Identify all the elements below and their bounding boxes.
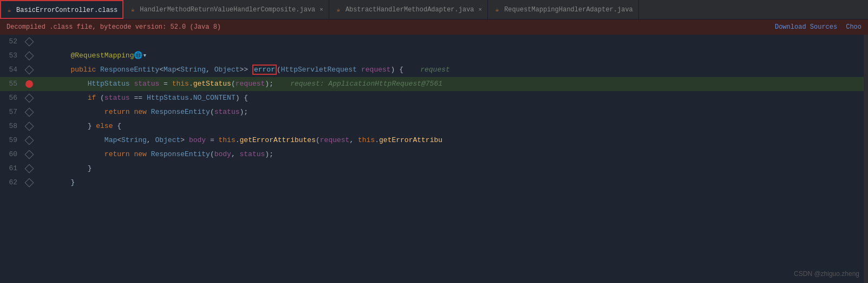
type-string: String bbox=[180, 66, 206, 74]
gutter-57 bbox=[24, 105, 35, 119]
kw-else-58: else bbox=[96, 122, 113, 130]
var-status-55: status bbox=[134, 80, 159, 88]
kw-new-60: new bbox=[134, 150, 151, 158]
line-content-60: return new ResponseEntity(body, status); bbox=[35, 147, 868, 162]
gutter-59 bbox=[24, 133, 35, 147]
code-line-62: 62 } bbox=[0, 176, 868, 190]
gutter-62 bbox=[24, 176, 35, 190]
type-httpservletrequest: HttpServletRequest bbox=[281, 66, 361, 74]
comma-54: , bbox=[206, 66, 214, 74]
method-geterrorattributes: getErrorAttributes bbox=[240, 136, 316, 144]
assign-59: = bbox=[206, 136, 218, 144]
type-httpstatus-56: HttpStatus bbox=[147, 94, 189, 102]
paren-57: ( bbox=[210, 108, 214, 116]
kw-public: public bbox=[70, 66, 100, 74]
line-number-62: 62 bbox=[0, 176, 24, 190]
java-file-icon: ☕ bbox=[129, 6, 136, 14]
line-content-57: return new ResponseEntity(status); bbox=[35, 105, 868, 119]
close-tab-icon[interactable]: × bbox=[319, 7, 323, 13]
gutter-diamond-61 bbox=[25, 164, 34, 173]
assign-55: = bbox=[159, 80, 172, 88]
tab-label: AbstractHandlerMethodAdapter.java bbox=[345, 6, 474, 14]
eq-56: == bbox=[130, 94, 147, 102]
line-content-56: if (status == HttpStatus.NO_CONTENT) { bbox=[35, 91, 868, 105]
gutter-diamond-53 bbox=[25, 52, 34, 61]
method-error: error bbox=[252, 65, 277, 75]
line-number-61: 61 bbox=[0, 162, 24, 176]
paren-close-54: ) { bbox=[391, 66, 421, 74]
generic-close: >> bbox=[240, 66, 252, 74]
generic-close-59: > bbox=[180, 136, 189, 144]
line-content-53: @RequestMapping🌐▾ bbox=[35, 49, 868, 63]
brace-close-61: } bbox=[88, 164, 92, 172]
code-line-61: 61 } bbox=[0, 162, 868, 176]
line-content-61: } bbox=[35, 162, 868, 176]
tab-abstract-handler[interactable]: ☕ AbstractHandlerMethodAdapter.java × bbox=[329, 0, 488, 19]
method-geterrorattribu: getErrorAttribu bbox=[379, 136, 442, 144]
gutter-56 bbox=[24, 91, 35, 105]
param-request-55: request bbox=[236, 80, 265, 88]
tab-basic-error-controller[interactable]: ☕ BasicErrorController.class bbox=[0, 0, 123, 19]
var-status-60: status bbox=[240, 150, 265, 158]
dot-59: . bbox=[236, 136, 240, 144]
code-line-57: 57 return new ResponseEntity(status); bbox=[0, 105, 868, 119]
type-object: Object bbox=[214, 66, 240, 74]
paren-open-56: ( bbox=[100, 94, 105, 102]
close-tab-2-icon[interactable]: × bbox=[479, 7, 482, 13]
brace-close-62: } bbox=[70, 178, 75, 186]
breakpoint-55 bbox=[25, 80, 33, 88]
var-status-57: status bbox=[214, 108, 240, 116]
var-body-59: body bbox=[189, 136, 206, 144]
kw-new-57: new bbox=[134, 108, 151, 116]
class-file-icon: ☕ bbox=[5, 7, 13, 14]
gutter-diamond-58 bbox=[25, 122, 34, 131]
line-number-53: 53 bbox=[0, 49, 24, 63]
gutter-53 bbox=[24, 49, 35, 63]
code-content: 52 53 @RequestMapping🌐▾ 54 public Respon… bbox=[0, 35, 868, 190]
kw-if: if bbox=[88, 94, 100, 102]
gutter-60 bbox=[24, 147, 35, 162]
var-body-60: body bbox=[214, 150, 231, 158]
const-no-content: NO_CONTENT bbox=[193, 94, 236, 102]
method-getstatus: getStatus bbox=[193, 80, 231, 88]
brace-open-58: { bbox=[113, 122, 121, 130]
generic-59: < bbox=[117, 136, 121, 144]
gutter-52 bbox=[24, 35, 35, 49]
line-content-58: } else { bbox=[35, 119, 868, 133]
line-content-55: HttpStatus status = this.getStatus(reque… bbox=[35, 77, 868, 91]
decompile-message: Decompiled .class file, bytecode version… bbox=[6, 23, 221, 31]
type-map: Map bbox=[164, 66, 176, 74]
type-object-59: Object bbox=[155, 136, 180, 144]
comment-request-54: request bbox=[420, 66, 450, 74]
scrollbar[interactable] bbox=[864, 35, 868, 283]
gutter-diamond-54 bbox=[25, 66, 34, 75]
gutter-diamond-62 bbox=[25, 178, 34, 188]
globe-icon: 🌐 bbox=[134, 52, 142, 60]
info-bar-actions: Download Sources Choo bbox=[775, 23, 862, 31]
type-responseentity-60: ResponseEntity bbox=[151, 150, 210, 158]
dot-55: . bbox=[189, 80, 193, 88]
choose-button[interactable]: Choo bbox=[846, 23, 862, 31]
java-file-icon-3: ☕ bbox=[493, 6, 501, 14]
gutter-61 bbox=[24, 162, 35, 176]
generic-open: < bbox=[159, 66, 164, 74]
gutter-diamond-56 bbox=[25, 94, 34, 103]
paren-open-54: ( bbox=[277, 66, 281, 74]
tab-request-mapping[interactable]: ☕ RequestMappingHandlerAdapter.java bbox=[488, 0, 639, 19]
chevron-icon[interactable]: ▾ bbox=[142, 52, 147, 60]
line-content-54: public ResponseEntity<Map<String, Object… bbox=[35, 63, 868, 77]
code-line-55: 55 HttpStatus status = this.getStatus(re… bbox=[0, 77, 868, 91]
type-responseentity: ResponseEntity bbox=[100, 66, 159, 74]
paren-60: ( bbox=[210, 150, 214, 158]
gutter-54 bbox=[24, 63, 35, 77]
line-number-59: 59 bbox=[0, 133, 24, 147]
paren-close-57: ); bbox=[240, 108, 249, 116]
paren-59: ( bbox=[316, 136, 320, 144]
dot-56: . bbox=[189, 94, 193, 102]
line-number-54: 54 bbox=[0, 63, 24, 77]
download-sources-button[interactable]: Download Sources bbox=[775, 23, 837, 31]
var-status-56: status bbox=[105, 94, 130, 102]
gutter-diamond-59 bbox=[25, 136, 34, 145]
tab-handler-method[interactable]: ☕ HandlerMethodReturnValueHandlerComposi… bbox=[123, 0, 329, 19]
kw-return-60: return bbox=[105, 150, 134, 158]
